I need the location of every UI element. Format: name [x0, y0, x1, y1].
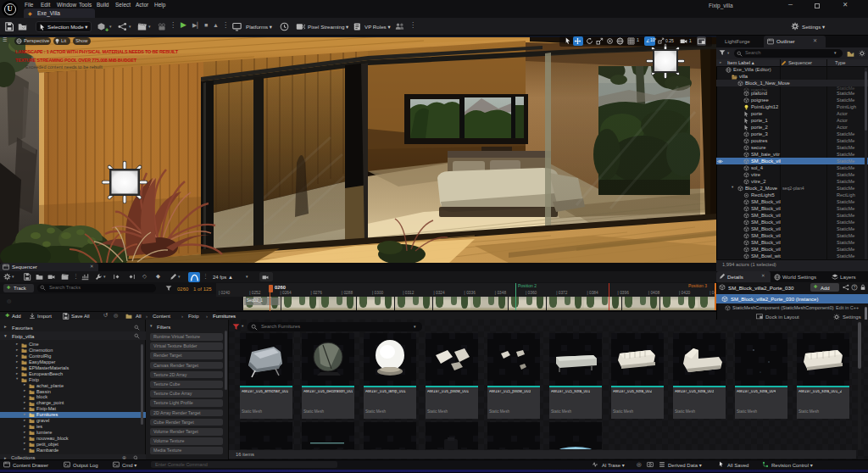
svg-text:?: ?: [854, 286, 856, 290]
